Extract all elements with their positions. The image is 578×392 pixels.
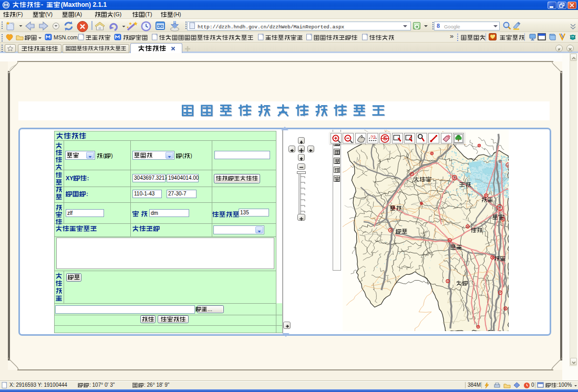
svg-text:27-30-7: 27-30-7: [168, 191, 187, 197]
svg-text:(F): (F): [16, 12, 23, 17]
svg-text:): ): [190, 153, 192, 159]
svg-text:MSN.com: MSN.com: [54, 35, 78, 40]
svg-text:384M: 384M: [468, 383, 481, 388]
svg-text:(A): (A): [75, 12, 82, 17]
svg-text:): ): [111, 153, 112, 159]
svg-text:zlf: zlf: [67, 211, 73, 216]
svg-text:(Maxthon) 2.1.1: (Maxthon) 2.1.1: [61, 2, 107, 8]
svg-text:19404014.00: 19404014.00: [168, 176, 199, 181]
svg-text::: :: [86, 191, 88, 197]
svg-text:...: ...: [208, 306, 212, 312]
svg-text:: 107° 0' 3": : 107° 0' 3": [89, 383, 115, 388]
svg-text:3043697.3217: 3043697.3217: [134, 176, 168, 181]
svg-text:(T): (T): [145, 12, 152, 17]
svg-text:135: 135: [240, 210, 249, 215]
svg-text:X: 2916593 Y: 19100444: X: 2916593 Y: 19100444: [9, 383, 67, 388]
svg-text:(G): (G): [113, 12, 121, 17]
svg-text:(V): (V): [45, 12, 53, 17]
svg-text:110-1-43: 110-1-43: [134, 191, 155, 197]
svg-text:?2: ?2: [370, 135, 376, 140]
svg-text::100%: :100%: [557, 383, 572, 388]
svg-text:dm: dm: [151, 211, 158, 216]
svg-text:http://dzzh.hndh.gov.cn/dzzhWe: http://dzzh.hndh.gov.cn/dzzhWeb/MainRepo…: [198, 24, 345, 30]
svg-text:Google: Google: [444, 24, 460, 29]
svg-text:0: 0: [531, 383, 534, 388]
svg-text:»: »: [450, 33, 453, 40]
svg-text:: 26° 18' 9": : 26° 18' 9": [144, 383, 170, 388]
svg-text:(H): (H): [173, 12, 181, 17]
svg-text:-: -: [41, 2, 43, 8]
svg-text:XY: XY: [66, 175, 74, 181]
svg-text:(: (: [182, 153, 184, 159]
svg-text::: :: [87, 175, 89, 181]
